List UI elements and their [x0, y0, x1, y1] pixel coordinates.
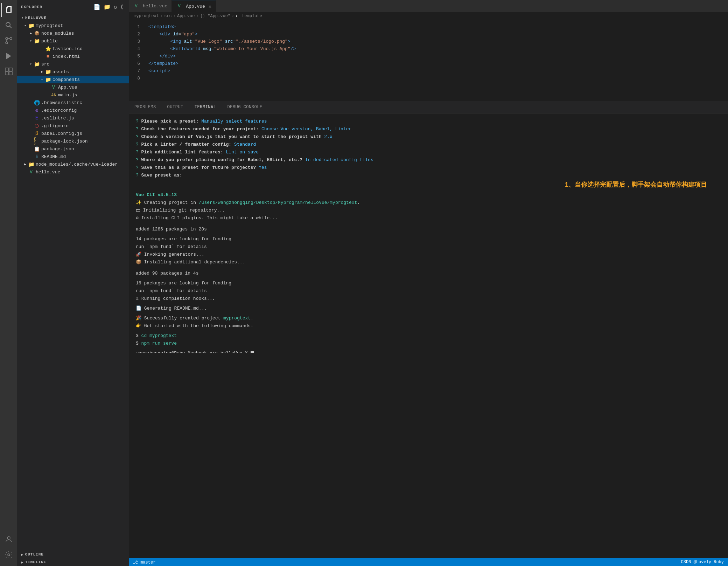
outline-label: OUTLINE: [25, 552, 44, 557]
vue-icon: V: [50, 84, 57, 90]
tree-item-mainjs[interactable]: ▶ JS main.js: [17, 91, 129, 99]
code-line-3: <img alt="Vue logo" src="./assets/logo.p…: [148, 38, 728, 45]
tree-item-packagejson[interactable]: ▶ 📋 package.json: [17, 145, 129, 153]
code-editor[interactable]: 1 2 3 4 5 6 7 8 <template> <div id="app"…: [129, 20, 728, 101]
tree-item-editorconfig[interactable]: ▶ ⚙ .editorconfig: [17, 106, 129, 114]
tree-item-node-modules-cache[interactable]: ▶ 📁 node_modules/.cache/vue-loader: [17, 160, 129, 168]
tab-close-button[interactable]: ✕: [209, 4, 211, 9]
panel-tab-terminal[interactable]: TERMINAL: [189, 101, 222, 113]
eslint-icon: E: [34, 115, 40, 121]
tab-hello-vue[interactable]: V hello.vue: [129, 0, 172, 12]
collapse-all-icon[interactable]: ❰: [119, 3, 125, 11]
breadcrumb-sep3: ›: [196, 14, 198, 19]
breadcrumb-template[interactable]: template: [236, 14, 262, 19]
timeline-arrow: ▶: [21, 560, 24, 565]
terminal-line: added 1286 packages in 28s: [136, 226, 721, 233]
terminal-line: 📄 Generating README.md...: [136, 305, 721, 312]
panel-tab-output[interactable]: OUTPUT: [162, 101, 189, 113]
tree-item-hellovue[interactable]: ▶ V hello.vue: [17, 168, 129, 176]
tree-item-gitignore[interactable]: ▶ ⬡ .gitignore: [17, 122, 129, 130]
status-bar: ⎇ master CSDN @Lovely Ruby: [129, 558, 728, 566]
file-label: package.json: [41, 146, 129, 152]
terminal-prompt-line: wangzhongqing@Ruby-Macbook-pro helloVue …: [136, 350, 721, 353]
git-branch-status[interactable]: ⎇ master: [133, 560, 155, 565]
file-label: favicon.ico: [52, 46, 129, 51]
tab-label: hello.vue: [143, 4, 167, 9]
folder-icon: 📁: [28, 161, 34, 167]
folder-icon: 📁: [45, 69, 51, 75]
tab-label: App.vue: [186, 4, 205, 9]
terminal-content[interactable]: ? Please pick a preset: Manually select …: [129, 113, 728, 353]
editor-icon: ⚙: [34, 107, 40, 113]
main-content: V hello.vue V App.vue ✕ myprogtext › src…: [129, 0, 728, 566]
status-bar-right: CSDN @Lovely Ruby: [681, 560, 724, 565]
refresh-icon[interactable]: ↻: [113, 3, 118, 11]
file-label: main.js: [58, 92, 129, 98]
activity-account[interactable]: [1, 532, 15, 546]
tree-item-favicon[interactable]: ▶ ⭐ favicon.ico: [17, 45, 129, 53]
sidebar: EXPLORER 📄 📁 ↻ ❰ ▾ HELLOVUE ▾ 📁 myprogte…: [17, 0, 129, 566]
tab-app-vue[interactable]: V App.vue ✕: [172, 0, 216, 12]
md-icon: ℹ: [34, 153, 40, 160]
activity-source-control[interactable]: [1, 34, 15, 48]
file-label: index.html: [52, 54, 129, 59]
panel-tabs: PROBLEMS OUTPUT TERMINAL DEBUG CONSOLE: [129, 101, 728, 113]
terminal-line: $ cd myprogtext: [136, 332, 721, 340]
terminal-line: 14 packages are looking for funding: [136, 235, 721, 243]
terminal-line: 16 packages are looking for funding: [136, 279, 721, 287]
breadcrumb-myprogtext[interactable]: myprogtext: [134, 14, 159, 19]
tree-item-components[interactable]: ▾ 📁 components: [17, 76, 129, 83]
tree-item-readme[interactable]: ▶ ℹ README.md: [17, 153, 129, 160]
browser-icon: 🌐: [34, 99, 40, 106]
terminal-line: ? Save preset as:: [136, 172, 721, 179]
terminal-line: 🗃 Initializing git repository...: [136, 207, 721, 214]
expand-arrow: ▾: [28, 38, 34, 44]
folder-label: myprogtext: [36, 23, 129, 28]
activity-explorer[interactable]: [1, 3, 15, 17]
vue-icon: V: [28, 169, 34, 175]
tree-item-myprogtext[interactable]: ▾ 📁 myprogtext: [17, 22, 129, 29]
expand-arrow: ▶: [28, 30, 34, 36]
panel-tab-debug-console[interactable]: DEBUG CONSOLE: [222, 101, 268, 113]
tree-item-packagelock[interactable]: ▶ { } package-lock.json: [17, 137, 129, 145]
file-label: .eslintrc.js: [41, 116, 129, 121]
html-icon: ■: [45, 53, 51, 60]
csdn-attribution: CSDN @Lovely Ruby: [681, 560, 724, 565]
code-line-8: <script>: [148, 67, 728, 75]
panel-tab-problems[interactable]: PROBLEMS: [129, 101, 162, 113]
svg-rect-9: [9, 72, 12, 75]
terminal-panel: PROBLEMS OUTPUT TERMINAL DEBUG CONSOLE ?…: [129, 101, 728, 353]
breadcrumb-src[interactable]: src: [164, 14, 172, 19]
tree-item-eslintrc[interactable]: ▶ E .eslintrc.js: [17, 114, 129, 122]
activity-extensions[interactable]: [1, 64, 15, 78]
activity-bar: [0, 0, 17, 566]
activity-run[interactable]: [1, 49, 15, 63]
tree-root-hellovue[interactable]: ▾ HELLOVUE: [17, 14, 129, 22]
tree-item-src[interactable]: ▾ 📁 src: [17, 60, 129, 68]
breadcrumb-obj[interactable]: {} "App.vue": [200, 14, 230, 19]
tree-item-browserslistrc[interactable]: ▶ 🌐 .browserslistrc: [17, 99, 129, 106]
new-file-icon[interactable]: 📄: [93, 3, 102, 11]
folder-label: assets: [52, 69, 129, 75]
breadcrumb-appvue[interactable]: App.vue: [177, 14, 195, 19]
sidebar-outline[interactable]: ▶ OUTLINE: [17, 551, 129, 558]
terminal-line: 🚀 Invoking generators...: [136, 251, 721, 258]
tree-item-public[interactable]: ▾ 📁 public: [17, 37, 129, 45]
sidebar-timeline[interactable]: ▶ TIMELINE: [17, 558, 129, 566]
terminal-line: ? Pick additional lint features: Lint on…: [136, 149, 721, 156]
tree-item-babelconfig[interactable]: ▶ β babel.config.js: [17, 130, 129, 137]
activity-settings[interactable]: [1, 548, 15, 562]
file-label: hello.vue: [36, 170, 129, 175]
tree-item-appvue[interactable]: ▶ V App.vue: [17, 83, 129, 91]
code-line-2: <div id="app">: [148, 30, 728, 38]
breadcrumb-sep4: ›: [232, 14, 234, 19]
root-label: HELLOVUE: [25, 16, 129, 20]
tree-item-assets[interactable]: ▶ 📁 assets: [17, 68, 129, 76]
tree-item-node-modules[interactable]: ▶ 📦 node_modules: [17, 29, 129, 37]
folder-label: components: [52, 77, 129, 82]
tree-item-indexhtml[interactable]: ▶ ■ index.html: [17, 53, 129, 60]
activity-search[interactable]: [1, 18, 15, 32]
terminal-line: ? Check the features needed for your pro…: [136, 125, 721, 133]
code-line-5: </div>: [148, 53, 728, 60]
new-folder-icon[interactable]: 📁: [103, 3, 112, 11]
